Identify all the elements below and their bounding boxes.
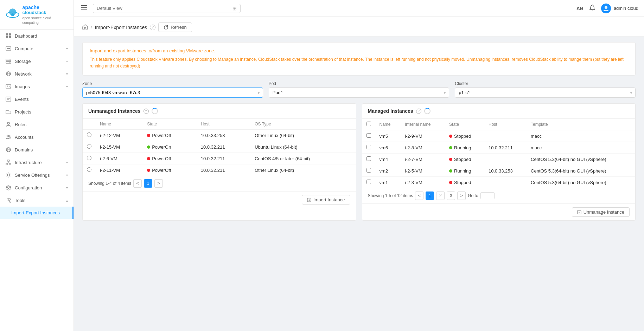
svg-point-21 [7,122,9,124]
bell-icon[interactable] [589,4,595,12]
unmanaged-col-state: State [143,119,197,130]
breadcrumb-help-icon[interactable]: ? [150,25,155,30]
infrastructure-chevron: ▾ [66,161,68,164]
sidebar-item-network[interactable]: Network ▾ [0,67,74,80]
managed-row-checkbox[interactable] [366,156,371,161]
managed-row-checkbox[interactable] [366,168,371,173]
unmanaged-row-radio[interactable] [87,167,91,172]
svg-rect-16 [6,85,11,88]
unmanaged-help-icon[interactable]: ? [144,109,149,114]
managed-next-page[interactable]: > [457,192,466,200]
sidebar-item-events[interactable]: Events [0,93,74,105]
managed-help-icon[interactable]: ? [416,109,421,114]
managed-select-all[interactable] [366,122,371,126]
zone-select[interactable]: pr5075-t943-vmware-67u3 [82,87,263,98]
sidebar-item-domains[interactable]: Domains [0,143,74,156]
sidebar-item-dashboard[interactable]: Dashboard [0,30,74,42]
zone-select-wrap: pr5075-t943-vmware-67u3 ▾ [82,87,263,98]
breadcrumb-current: Import-Export Instances [95,25,147,30]
infrastructure-icon [6,160,11,165]
sidebar-item-infrastructure[interactable]: Infrastructure ▾ [0,156,74,169]
unmanaged-page-1[interactable]: 1 [144,179,152,188]
managed-col-host: Host [484,119,527,130]
import-instance-button[interactable]: Import Instance [302,195,350,205]
managed-row-checkbox[interactable] [366,133,371,138]
managed-row-checkbox[interactable] [366,145,371,149]
search-input[interactable] [97,6,230,11]
svg-point-12 [9,62,10,63]
logo: apache cloudstack open source cloud comp… [0,0,74,30]
breadcrumb-bar: / Import-Export Instances ? Refresh [74,17,644,37]
zone-field: Zone pr5075-t943-vmware-67u3 ▾ [82,81,263,98]
managed-spinner [424,108,431,114]
pod-select[interactable]: Pod1 [269,87,449,98]
unmanage-instance-label: Unmanage Instance [584,209,624,215]
svg-rect-35 [81,9,87,10]
unmanaged-table-row: i-2-11-VM PowerOff 10.0.32.211 Other Lin… [83,164,356,176]
managed-row-checkbox[interactable] [366,180,371,184]
unmanaged-os-cell: Ubuntu Linux (64-bit) [250,141,356,153]
search-bar[interactable]: ⊞ [93,4,241,13]
hamburger-button[interactable] [79,4,89,13]
sidebar-item-import-export[interactable]: Import-Export Instances [0,207,74,219]
sidebar-item-configuration-label: Configuration [15,185,63,190]
svg-rect-18 [6,97,11,101]
sidebar-item-roles[interactable]: Roles [0,118,74,131]
cluster-select[interactable]: p1-c1 [455,87,636,98]
unmanaged-col-host: Host [197,119,250,130]
configuration-chevron: ▾ [66,186,68,190]
sidebar: apache cloudstack open source cloud comp… [0,0,74,331]
user-info[interactable]: admin cloud [601,4,638,13]
unmanaged-prev-page[interactable]: < [133,179,142,188]
unmanaged-col-name: Name [96,119,143,130]
info-title: Import and export instances to/from an e… [90,48,628,53]
unmanaged-os-cell: CentOS 4/5 or later (64-bit) [250,153,356,164]
managed-state-cell: Running [445,165,484,177]
unmanaged-next-page[interactable]: > [154,179,163,188]
sidebar-item-projects[interactable]: Projects [0,105,74,118]
sidebar-item-images[interactable]: Images ▾ [0,80,74,93]
logo-cloudstack: cloudstack [23,10,68,16]
svg-rect-4 [9,33,11,35]
translate-icon[interactable]: AB [576,6,584,11]
svg-rect-26 [7,160,9,161]
breadcrumb-home[interactable] [82,24,88,31]
unmanaged-panel: Unmanaged Instances ? Name State Host OS… [82,103,356,221]
managed-goto-input[interactable] [480,192,495,199]
sidebar-item-network-label: Network [15,71,63,77]
sidebar-item-domains-label: Domains [15,147,68,152]
managed-panel: Managed Instances ? Name Internal name S… [362,103,636,221]
domains-icon [6,147,11,152]
unmanaged-state-cell: PowerOn [143,141,197,153]
sidebar-item-service-offerings[interactable]: Service Offerings ▾ [0,169,74,181]
unmanaged-row-radio[interactable] [87,132,91,137]
zone-pod-cluster-row: Zone pr5075-t943-vmware-67u3 ▾ Pod Pod1 … [74,81,644,103]
sidebar-item-accounts[interactable]: Accounts [0,131,74,143]
state-dot [449,146,452,149]
images-icon [6,84,11,89]
sidebar-item-tools[interactable]: Tools ▴ [0,194,74,207]
managed-page-2[interactable]: 2 [436,192,445,200]
managed-host-cell: 10.0.33.253 [484,165,527,177]
sidebar-item-import-export-label: Import-Export Instances [11,210,67,215]
managed-name-cell: vm2 [375,165,401,177]
unmanaged-row-radio[interactable] [87,156,91,160]
unmanaged-row-radio[interactable] [87,144,91,149]
tools-chevron: ▴ [66,199,68,202]
state-dot [147,169,150,172]
sidebar-item-compute[interactable]: Compute ▾ [0,42,74,55]
managed-state-cell: Stopped [445,177,484,188]
unmanaged-name-cell: i-2-15-VM [96,141,143,153]
dashboard-icon [6,33,11,39]
sidebar-item-storage-label: Storage [15,59,63,64]
sidebar-item-storage[interactable]: Storage ▾ [0,55,74,67]
unmanage-instance-button[interactable]: Unmanage Instance [572,207,630,217]
refresh-button[interactable]: Refresh [158,22,192,32]
sidebar-item-roles-label: Roles [15,122,68,127]
sidebar-item-tools-label: Tools [15,198,63,203]
managed-page-1[interactable]: 1 [426,192,434,200]
managed-prev-page[interactable]: < [415,192,423,200]
managed-internal-cell: i-2-8-VM [401,142,445,154]
managed-page-3[interactable]: 3 [447,192,455,200]
sidebar-item-configuration[interactable]: Configuration ▾ [0,181,74,194]
